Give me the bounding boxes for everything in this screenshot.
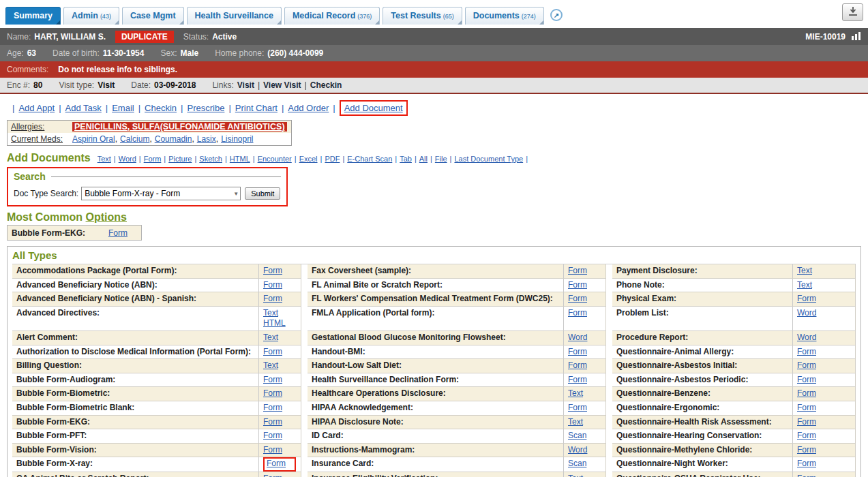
doc-type-link-questionnaire-asbestos-periodic-form[interactable]: Form [797, 375, 816, 386]
doc-format-link-excel[interactable]: Excel [299, 155, 318, 163]
doc-format-link-last-document-type[interactable]: Last Document Type [454, 155, 523, 163]
doc-format-link-form[interactable]: Form [144, 155, 162, 163]
doc-type-link-questionnaire-hearing-conservation-form[interactable]: Form [797, 431, 816, 442]
doc-format-link-picture[interactable]: Picture [168, 155, 192, 163]
doc-type-link-gestational-blood-glucose-monitoring-flowsheet-word[interactable]: Word [568, 333, 587, 343]
current-med-link-coumadin[interactable]: Coumadin [155, 134, 192, 144]
doc-format-link-word[interactable]: Word [119, 155, 136, 163]
encounter-link-view-visit[interactable]: View Visit [263, 80, 301, 90]
doc-type-link-questionnaire-osha-respirator-use-form[interactable]: Form [797, 474, 816, 477]
action-link-checkin[interactable]: Checkin [145, 103, 177, 113]
doc-type-link-healthcare-operations-disclosure-text[interactable]: Text [568, 388, 583, 399]
doc-type-row: CA Animal Bite or Scratch Report:FormIns… [12, 472, 856, 477]
action-link-add-order[interactable]: Add Order [288, 103, 329, 113]
doc-type-link-questionnaire-ergonomic-form[interactable]: Form [797, 403, 816, 414]
doc-type-link-instructions-mammogram-word[interactable]: Word [568, 445, 587, 456]
doc-type-link-advanced-directives-text[interactable]: Text [263, 308, 278, 319]
doc-type-link-payment-disclosure-text[interactable]: Text [797, 266, 812, 277]
doc-type-link-alert-comment-text[interactable]: Text [263, 333, 278, 343]
action-link-add-document[interactable]: Add Document [344, 103, 403, 113]
current-med-link-calcium[interactable]: Calcium [120, 134, 149, 144]
doc-format-link-all[interactable]: All [419, 155, 428, 163]
action-link-add-appt[interactable]: Add Appt [18, 103, 55, 113]
doc-type-link-advanced-beneficiary-notice-abn-form[interactable]: Form [263, 280, 282, 291]
goto-icon[interactable]: ↗ [550, 9, 563, 21]
bar-chart-icon[interactable] [851, 31, 861, 42]
doc-type-link-fl-animal-bite-or-scratch-report-form[interactable]: Form [568, 280, 587, 291]
doc-format-link-pdf[interactable]: PDF [325, 155, 340, 163]
doc-type-link-phone-note-text[interactable]: Text [797, 280, 812, 291]
action-link-email[interactable]: Email [112, 103, 134, 113]
doc-type-link-fax-coversheet-sample-form[interactable]: Form [568, 266, 587, 277]
doc-type-link-hipaa-disclosure-note-text[interactable]: Text [568, 417, 583, 428]
doc-type-link-questionnaire-animal-allergy-form[interactable]: Form [797, 347, 816, 358]
doc-format-link-encounter[interactable]: Encounter [258, 155, 292, 163]
doc-type-links: Form [792, 472, 855, 477]
doc-type-link-questionnaire-benzene-form[interactable]: Form [797, 388, 816, 399]
doc-type-link-accommodations-package-portal-form-form[interactable]: Form [263, 266, 282, 277]
options-link[interactable]: Options [86, 211, 127, 223]
doc-type-link-physical-exam-form[interactable]: Form [797, 294, 816, 305]
doc-type-link-handout-low-salt-diet-form[interactable]: Form [568, 360, 587, 371]
doc-type-link-advanced-beneficiary-notice-abn-spanish-form[interactable]: Form [263, 294, 282, 305]
doc-type-link-bubble-form-pft-form[interactable]: Form [263, 431, 282, 442]
doc-type-link-insurance-card-scan[interactable]: Scan [568, 459, 586, 470]
doc-type-link-fl-workers-compensation-medical-treatment-form-dwc25-form[interactable]: Form [568, 294, 587, 305]
doc-type-link-questionnaire-health-risk-assessment-form[interactable]: Form [797, 417, 816, 428]
tab-health-surveillance[interactable]: Health Surveillance [187, 7, 282, 25]
doc-type-link-authorization-to-disclose-medical-information-portal-form-form[interactable]: Form [263, 347, 282, 358]
tab-admin[interactable]: Admin(43) [63, 7, 119, 25]
separator: | [282, 103, 284, 113]
doc-format-link-file[interactable]: File [435, 155, 447, 163]
doc-type-link-problem-list-word[interactable]: Word [797, 308, 816, 319]
doc-type-link-id-card-scan[interactable]: Scan [568, 431, 586, 442]
tab-documents[interactable]: Documents(274) [465, 7, 544, 25]
doc-type-search-input[interactable] [81, 187, 241, 200]
action-link-print-chart[interactable]: Print Chart [235, 103, 278, 113]
allergies-box: Allergies: PENICILLINS, SULFA(SULFONAMID… [7, 120, 292, 146]
doc-format-link-e-chart-scan[interactable]: E-Chart Scan [347, 155, 392, 163]
doc-type-link-bubble-form-biometric-blank-form[interactable]: Form [263, 403, 282, 414]
current-med-link-lisinopril[interactable]: Lisinopril [221, 134, 253, 144]
doc-type-link-billing-question-text[interactable]: Text [263, 360, 278, 371]
current-med-link-lasix[interactable]: Lasix [197, 134, 216, 144]
doc-type-link-bubble-form-x-ray-form[interactable]: Form [267, 459, 286, 470]
doc-type-link-bubble-form-audiogram-form[interactable]: Form [263, 375, 282, 386]
current-meds-link[interactable]: Current Meds: [11, 134, 72, 144]
doc-format-link-html[interactable]: HTML [230, 155, 250, 163]
doc-type-link-fmla-application-portal-form-form[interactable]: Form [568, 308, 587, 319]
doc-type-link-questionnaire-asbestos-initial-form[interactable]: Form [797, 360, 816, 371]
action-link-add-task[interactable]: Add Task [65, 103, 102, 113]
doc-type-link-advanced-directives-html[interactable]: HTML [263, 318, 286, 329]
encounter-link-checkin[interactable]: Checkin [310, 80, 342, 90]
allergy-value-link[interactable]: PENICILLINS, SULFA(SULFONAMIDE ANTIBIOTI… [72, 122, 287, 132]
doc-format-link-sketch[interactable]: Sketch [199, 155, 222, 163]
doc-type-link-questionnaire-night-worker-form[interactable]: Form [797, 459, 816, 470]
doc-type-link-ca-animal-bite-or-scratch-report-form[interactable]: Form [263, 474, 282, 477]
doc-format-link-tab[interactable]: Tab [400, 155, 412, 163]
doc-type-link-bubble-form-biometric-form[interactable]: Form [263, 388, 282, 399]
doc-type-link-handout-bmi-form[interactable]: Form [568, 347, 587, 358]
encounter-link-visit[interactable]: Visit [237, 80, 254, 90]
submit-button[interactable]: Submit [245, 187, 280, 200]
tab-summary[interactable]: Summary [5, 7, 61, 25]
doc-type-link-bubble-form-ekg-form[interactable]: Form [263, 417, 282, 428]
doc-type-link-questionnaire-methylene-chloride-form[interactable]: Form [797, 445, 816, 456]
allergies-link[interactable]: Allergies: [11, 122, 72, 132]
doc-type-links: Word [792, 307, 855, 330]
tab-medical-record[interactable]: Medical Record(376) [284, 7, 380, 25]
doc-type-link-procedure-report-word[interactable]: Word [797, 333, 816, 343]
doc-type-links: Text [563, 416, 605, 429]
tab-label: Case Mgmt [130, 11, 176, 20]
action-link-prescribe[interactable]: Prescribe [187, 103, 224, 113]
tab-test-results[interactable]: Test Results(65) [383, 7, 462, 25]
doc-type-link-health-surveillance-declination-form-form[interactable]: Form [568, 375, 587, 386]
collapse-header-button[interactable] [842, 3, 863, 21]
doc-type-link-hipaa-acknowledgement-form[interactable]: Form [568, 403, 587, 414]
doc-format-link-text[interactable]: Text [98, 155, 111, 163]
doc-type-link-insurance-eligibility-verification-text[interactable]: Text [568, 474, 583, 477]
most-common-doc-link[interactable]: Form [108, 228, 128, 238]
tab-case-mgmt[interactable]: Case Mgmt [122, 7, 184, 25]
current-med-link-aspirin-oral[interactable]: Aspirin Oral [72, 134, 115, 144]
doc-type-link-bubble-form-vision-form[interactable]: Form [263, 445, 282, 456]
